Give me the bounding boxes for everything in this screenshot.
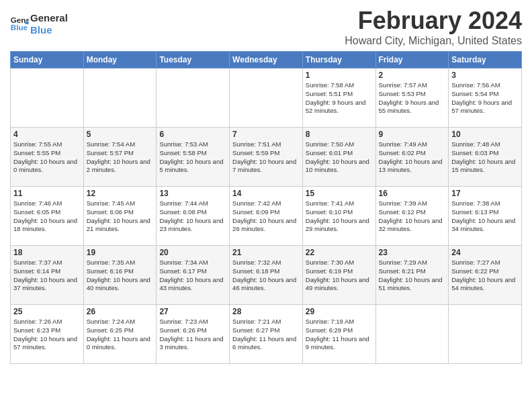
day-content: Sunrise: 7:38 AM Sunset: 6:13 PM Dayligh… <box>451 199 519 234</box>
calendar-cell <box>11 68 84 128</box>
day-number: 23 <box>379 248 446 257</box>
day-number: 28 <box>232 307 300 316</box>
month-title: February 2024 <box>345 7 522 35</box>
calendar-cell: 10Sunrise: 7:48 AM Sunset: 6:03 PM Dayli… <box>449 128 522 187</box>
calendar-cell: 2Sunrise: 7:57 AM Sunset: 5:53 PM Daylig… <box>375 68 449 128</box>
day-header-sunday: Sunday <box>11 52 84 68</box>
day-content: Sunrise: 7:57 AM Sunset: 5:53 PM Dayligh… <box>379 81 446 116</box>
day-header-monday: Monday <box>83 52 157 68</box>
calendar-cell: 4Sunrise: 7:55 AM Sunset: 5:55 PM Daylig… <box>11 128 84 187</box>
day-header-friday: Friday <box>375 52 449 68</box>
day-number: 12 <box>87 189 154 198</box>
calendar-cell: 12Sunrise: 7:45 AM Sunset: 6:06 PM Dayli… <box>83 187 157 246</box>
day-content: Sunrise: 7:34 AM Sunset: 6:17 PM Dayligh… <box>159 259 226 293</box>
day-header-saturday: Saturday <box>449 52 522 68</box>
day-number: 6 <box>159 130 226 139</box>
day-content: Sunrise: 7:30 AM Sunset: 6:19 PM Dayligh… <box>306 259 373 293</box>
calendar-header-row: SundayMondayTuesdayWednesdayThursdayFrid… <box>11 52 522 68</box>
calendar-week-3: 11Sunrise: 7:46 AM Sunset: 6:05 PM Dayli… <box>11 187 522 246</box>
logo-line1: General <box>30 12 68 24</box>
location-title: Howard City, Michigan, United States <box>345 35 522 47</box>
day-number: 11 <box>13 189 81 198</box>
calendar-cell: 7Sunrise: 7:51 AM Sunset: 5:59 PM Daylig… <box>230 128 303 187</box>
day-header-wednesday: Wednesday <box>230 52 303 68</box>
day-content: Sunrise: 7:55 AM Sunset: 5:55 PM Dayligh… <box>13 140 81 175</box>
calendar-cell: 28Sunrise: 7:21 AM Sunset: 6:27 PM Dayli… <box>230 305 303 364</box>
day-number: 26 <box>87 307 154 316</box>
calendar-cell: 26Sunrise: 7:24 AM Sunset: 6:25 PM Dayli… <box>83 305 157 364</box>
day-number: 14 <box>232 189 300 198</box>
day-content: Sunrise: 7:24 AM Sunset: 6:25 PM Dayligh… <box>87 318 154 352</box>
day-number: 16 <box>379 189 446 198</box>
day-number: 22 <box>306 248 373 257</box>
calendar-cell: 8Sunrise: 7:50 AM Sunset: 6:01 PM Daylig… <box>302 128 375 187</box>
day-content: Sunrise: 7:51 AM Sunset: 5:59 PM Dayligh… <box>232 140 300 175</box>
day-content: Sunrise: 7:58 AM Sunset: 5:51 PM Dayligh… <box>306 81 373 116</box>
day-content: Sunrise: 7:37 AM Sunset: 6:14 PM Dayligh… <box>13 259 81 293</box>
calendar-cell: 9Sunrise: 7:49 AM Sunset: 6:02 PM Daylig… <box>375 128 449 187</box>
day-content: Sunrise: 7:49 AM Sunset: 6:02 PM Dayligh… <box>379 140 446 175</box>
day-number: 24 <box>451 248 519 257</box>
day-number: 15 <box>306 189 373 198</box>
calendar-week-1: 1Sunrise: 7:58 AM Sunset: 5:51 PM Daylig… <box>11 68 522 128</box>
day-content: Sunrise: 7:53 AM Sunset: 5:58 PM Dayligh… <box>159 140 226 175</box>
day-header-tuesday: Tuesday <box>157 52 230 68</box>
calendar-cell <box>157 68 230 128</box>
calendar-cell: 25Sunrise: 7:26 AM Sunset: 6:23 PM Dayli… <box>11 305 84 364</box>
logo-icon: General Blue <box>10 15 29 34</box>
day-content: Sunrise: 7:54 AM Sunset: 5:57 PM Dayligh… <box>87 140 154 175</box>
day-content: Sunrise: 7:45 AM Sunset: 6:06 PM Dayligh… <box>87 199 154 234</box>
day-content: Sunrise: 7:21 AM Sunset: 6:27 PM Dayligh… <box>232 318 300 352</box>
calendar-week-2: 4Sunrise: 7:55 AM Sunset: 5:55 PM Daylig… <box>11 128 522 187</box>
day-content: Sunrise: 7:50 AM Sunset: 6:01 PM Dayligh… <box>306 140 373 175</box>
logo-line2: Blue <box>30 24 68 36</box>
calendar-cell: 13Sunrise: 7:44 AM Sunset: 6:08 PM Dayli… <box>157 187 230 246</box>
day-content: Sunrise: 7:56 AM Sunset: 5:54 PM Dayligh… <box>451 81 519 116</box>
calendar-cell: 11Sunrise: 7:46 AM Sunset: 6:05 PM Dayli… <box>11 187 84 246</box>
calendar-cell: 21Sunrise: 7:32 AM Sunset: 6:18 PM Dayli… <box>230 246 303 305</box>
day-number: 29 <box>306 307 373 316</box>
calendar-cell <box>83 68 157 128</box>
day-content: Sunrise: 7:35 AM Sunset: 6:16 PM Dayligh… <box>87 259 154 293</box>
calendar-body: 1Sunrise: 7:58 AM Sunset: 5:51 PM Daylig… <box>11 68 522 364</box>
day-number: 5 <box>87 130 154 139</box>
day-number: 21 <box>232 248 300 257</box>
header: General Blue General Blue February 2024 … <box>10 7 522 47</box>
day-content: Sunrise: 7:44 AM Sunset: 6:08 PM Dayligh… <box>159 199 226 234</box>
calendar-cell: 14Sunrise: 7:42 AM Sunset: 6:09 PM Dayli… <box>230 187 303 246</box>
calendar-cell: 23Sunrise: 7:29 AM Sunset: 6:21 PM Dayli… <box>375 246 449 305</box>
calendar-cell <box>230 68 303 128</box>
calendar-cell: 22Sunrise: 7:30 AM Sunset: 6:19 PM Dayli… <box>302 246 375 305</box>
day-number: 17 <box>451 189 519 198</box>
day-content: Sunrise: 7:29 AM Sunset: 6:21 PM Dayligh… <box>379 259 446 293</box>
day-content: Sunrise: 7:19 AM Sunset: 6:29 PM Dayligh… <box>306 318 373 352</box>
day-content: Sunrise: 7:23 AM Sunset: 6:26 PM Dayligh… <box>159 318 226 352</box>
calendar-cell <box>375 305 449 364</box>
calendar-cell: 15Sunrise: 7:41 AM Sunset: 6:10 PM Dayli… <box>302 187 375 246</box>
calendar-cell: 1Sunrise: 7:58 AM Sunset: 5:51 PM Daylig… <box>302 68 375 128</box>
calendar-cell: 27Sunrise: 7:23 AM Sunset: 6:26 PM Dayli… <box>157 305 230 364</box>
calendar-cell: 17Sunrise: 7:38 AM Sunset: 6:13 PM Dayli… <box>449 187 522 246</box>
title-area: February 2024 Howard City, Michigan, Uni… <box>345 7 522 47</box>
day-number: 3 <box>451 71 519 80</box>
calendar-cell: 5Sunrise: 7:54 AM Sunset: 5:57 PM Daylig… <box>83 128 157 187</box>
calendar-table: SundayMondayTuesdayWednesdayThursdayFrid… <box>10 51 522 364</box>
day-content: Sunrise: 7:48 AM Sunset: 6:03 PM Dayligh… <box>451 140 519 175</box>
calendar-cell: 24Sunrise: 7:27 AM Sunset: 6:22 PM Dayli… <box>449 246 522 305</box>
calendar-cell: 3Sunrise: 7:56 AM Sunset: 5:54 PM Daylig… <box>449 68 522 128</box>
day-number: 7 <box>232 130 300 139</box>
day-number: 9 <box>379 130 446 139</box>
day-content: Sunrise: 7:26 AM Sunset: 6:23 PM Dayligh… <box>13 318 81 352</box>
calendar-cell: 19Sunrise: 7:35 AM Sunset: 6:16 PM Dayli… <box>83 246 157 305</box>
day-number: 13 <box>159 189 226 198</box>
calendar-cell: 20Sunrise: 7:34 AM Sunset: 6:17 PM Dayli… <box>157 246 230 305</box>
calendar-cell: 18Sunrise: 7:37 AM Sunset: 6:14 PM Dayli… <box>11 246 84 305</box>
calendar-cell <box>449 305 522 364</box>
day-number: 19 <box>87 248 154 257</box>
day-number: 2 <box>379 71 446 80</box>
day-number: 10 <box>451 130 519 139</box>
day-content: Sunrise: 7:42 AM Sunset: 6:09 PM Dayligh… <box>232 199 300 234</box>
calendar-cell: 29Sunrise: 7:19 AM Sunset: 6:29 PM Dayli… <box>302 305 375 364</box>
calendar-cell: 6Sunrise: 7:53 AM Sunset: 5:58 PM Daylig… <box>157 128 230 187</box>
day-content: Sunrise: 7:27 AM Sunset: 6:22 PM Dayligh… <box>451 259 519 293</box>
